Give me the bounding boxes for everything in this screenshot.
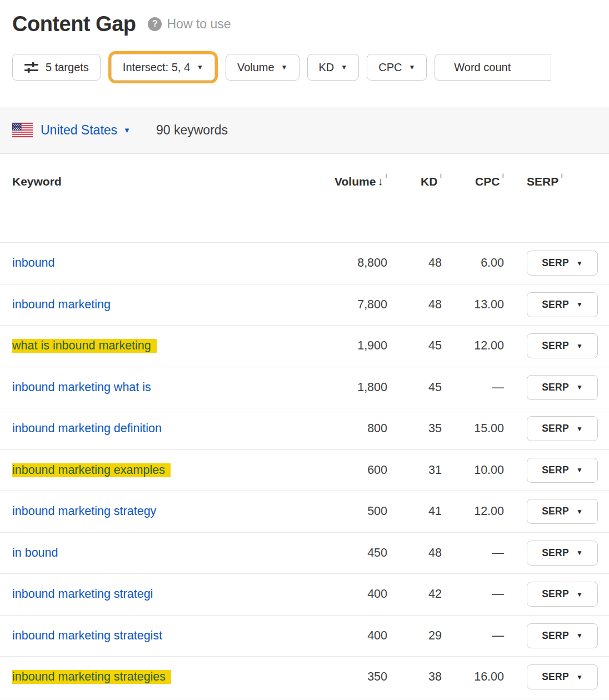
- column-header-kd[interactable]: KD i: [387, 175, 442, 188]
- volume-cell: 800: [321, 422, 387, 436]
- kd-cell: 35: [387, 422, 442, 436]
- keyword-link[interactable]: inbound marketing strategi: [12, 587, 153, 601]
- intersect-dropdown[interactable]: Intersect: 5, 4 ▼: [111, 54, 215, 81]
- keyword-link[interactable]: inbound marketing definition: [12, 422, 162, 435]
- column-header-serp-label: SERP: [527, 175, 558, 188]
- cpc-info-icon[interactable]: i: [502, 171, 504, 179]
- keyword-table-body: inbound 8,800 48 6.00 SERP ▼ inbound mar…: [0, 243, 609, 698]
- serp-button-label: SERP: [542, 257, 569, 269]
- serp-dropdown-button[interactable]: SERP ▼: [527, 292, 598, 317]
- column-header-cpc[interactable]: CPC i: [442, 175, 504, 188]
- table-row: inbound marketing what is 1,800 45 — SER…: [0, 367, 609, 409]
- serp-cell: SERP ▼: [504, 458, 609, 483]
- cpc-filter-dropdown[interactable]: CPC ▼: [367, 54, 427, 81]
- serp-dropdown-button[interactable]: SERP ▼: [527, 251, 598, 276]
- table-row: in bound 450 48 — SERP ▼: [0, 533, 609, 574]
- keyword-cell: inbound: [12, 256, 321, 270]
- column-header-volume[interactable]: Volume ↓ i: [321, 175, 387, 188]
- cpc-cell: —: [442, 381, 504, 394]
- serp-button-label: SERP: [542, 423, 569, 434]
- cpc-cell: —: [442, 546, 504, 560]
- volume-filter-dropdown[interactable]: Volume ▼: [226, 54, 299, 81]
- keyword-cell: inbound marketing definition: [12, 422, 321, 436]
- table-row: inbound 8,800 48 6.00 SERP ▼: [0, 243, 609, 284]
- kd-filter-dropdown[interactable]: KD ▼: [307, 54, 360, 81]
- serp-button-label: SERP: [542, 630, 569, 642]
- serp-dropdown-button[interactable]: SERP ▼: [527, 582, 598, 607]
- keyword-link[interactable]: inbound marketing: [12, 298, 111, 311]
- serp-cell: SERP ▼: [504, 375, 609, 400]
- serp-dropdown-button[interactable]: SERP ▼: [527, 499, 598, 524]
- keyword-link[interactable]: inbound: [12, 256, 55, 269]
- country-selector-dropdown[interactable]: United States ▼: [41, 123, 131, 138]
- sliders-icon: [24, 60, 39, 75]
- keyword-cell: inbound marketing strategi: [12, 587, 321, 601]
- chevron-down-icon: ▼: [341, 63, 347, 71]
- word-count-filter-dropdown[interactable]: Word count: [435, 54, 551, 81]
- keyword-cell: in bound: [12, 546, 321, 560]
- keyword-link[interactable]: inbound marketing strategist: [12, 629, 162, 642]
- volume-filter-label: Volume: [237, 61, 274, 74]
- keyword-link[interactable]: inbound marketing strategy: [12, 504, 156, 518]
- serp-dropdown-button[interactable]: SERP ▼: [527, 664, 598, 689]
- serp-dropdown-button[interactable]: SERP ▼: [527, 458, 598, 483]
- serp-dropdown-button[interactable]: SERP ▼: [527, 416, 598, 441]
- chevron-down-icon: ▼: [123, 126, 131, 134]
- serp-dropdown-button[interactable]: SERP ▼: [527, 375, 598, 400]
- column-header-cpc-label: CPC: [475, 175, 500, 188]
- keyword-link[interactable]: inbound marketing examples: [12, 463, 171, 477]
- serp-cell: SERP ▼: [504, 582, 609, 607]
- filter-toolbar: 5 targets Intersect: 5, 4 ▼ Volume ▼ KD …: [12, 54, 609, 81]
- how-to-use-label: How to use: [167, 17, 231, 32]
- serp-dropdown-button[interactable]: SERP ▼: [527, 623, 598, 648]
- serp-button-label: SERP: [542, 547, 569, 559]
- volume-cell: 600: [321, 463, 387, 477]
- serp-info-icon[interactable]: i: [561, 171, 563, 179]
- country-bar: United States ▼ 90 keywords: [0, 107, 609, 154]
- table-row: inbound marketing strategies 350 38 16.0…: [0, 657, 609, 698]
- serp-cell: SERP ▼: [504, 499, 609, 524]
- keyword-cell: inbound marketing strategist: [12, 629, 321, 643]
- serp-button-label: SERP: [542, 299, 569, 311]
- serp-dropdown-button[interactable]: SERP ▼: [527, 333, 598, 358]
- chevron-down-icon: ▼: [281, 63, 288, 71]
- intersect-highlight-ring: Intersect: 5, 4 ▼: [108, 51, 218, 83]
- us-flag-icon: [12, 123, 33, 137]
- kd-cell: 29: [387, 629, 442, 643]
- volume-cell: 350: [321, 670, 387, 684]
- keyword-link[interactable]: inbound marketing strategies: [12, 670, 171, 684]
- keyword-cell: what is inbound marketing: [12, 339, 321, 353]
- chevron-down-icon: ▼: [576, 549, 583, 557]
- table-header: Keyword Volume ↓ i KD i CPC i SERP i: [0, 154, 609, 243]
- table-row: inbound marketing 7,800 48 13.00 SERP ▼: [0, 284, 609, 326]
- table-row: inbound marketing strategi 400 42 — SERP…: [0, 574, 609, 616]
- keyword-cell: inbound marketing strategy: [12, 504, 321, 518]
- serp-cell: SERP ▼: [504, 292, 609, 317]
- content-gap-page: Content Gap ? How to use 5 targets Inter…: [0, 0, 609, 700]
- keyword-link[interactable]: inbound marketing what is: [12, 381, 151, 394]
- kd-info-icon[interactable]: i: [440, 171, 442, 179]
- table-row: inbound marketing strategist 400 29 — SE…: [0, 616, 609, 657]
- keyword-link[interactable]: in bound: [12, 546, 58, 559]
- volume-info-icon[interactable]: i: [385, 171, 387, 179]
- targets-button[interactable]: 5 targets: [12, 54, 101, 81]
- keyword-link[interactable]: what is inbound marketing: [12, 339, 157, 353]
- serp-cell: SERP ▼: [504, 623, 609, 648]
- cpc-filter-label: CPC: [378, 61, 402, 74]
- cpc-cell: 16.00: [442, 670, 504, 684]
- volume-cell: 7,800: [321, 298, 387, 312]
- targets-button-label: 5 targets: [46, 61, 89, 74]
- serp-button-label: SERP: [542, 671, 569, 683]
- serp-cell: SERP ▼: [504, 541, 609, 566]
- cpc-cell: —: [442, 587, 504, 601]
- kd-filter-label: KD: [319, 61, 335, 74]
- volume-cell: 400: [321, 629, 387, 643]
- column-header-keyword-label: Keyword: [12, 175, 62, 188]
- chevron-down-icon: ▼: [576, 466, 583, 474]
- question-circle-icon: ?: [148, 17, 162, 31]
- column-header-kd-label: KD: [421, 175, 437, 188]
- volume-cell: 1,800: [321, 381, 387, 394]
- chevron-down-icon: ▼: [576, 591, 583, 598]
- how-to-use-link[interactable]: ? How to use: [148, 17, 231, 32]
- serp-dropdown-button[interactable]: SERP ▼: [527, 541, 598, 566]
